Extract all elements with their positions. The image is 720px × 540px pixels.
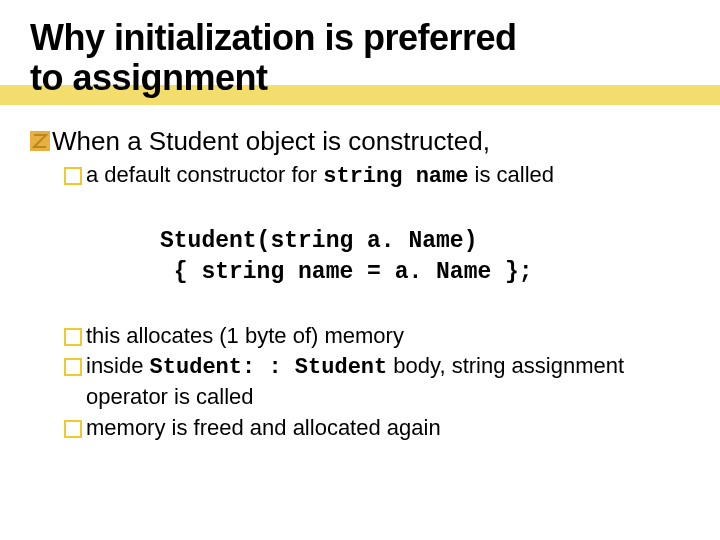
- code-line-1: Student(string a. Name): [160, 228, 477, 254]
- inline-code: Student: : Student: [150, 355, 388, 380]
- y-bullet-icon: [64, 328, 82, 346]
- slide: Why initialization is preferred to assig…: [0, 0, 720, 462]
- title-block: Why initialization is preferred to assig…: [30, 18, 690, 99]
- code-block: Student(string a. Name) { string name = …: [160, 226, 690, 288]
- bullet-level2-3: inside Student: : Student body, string a…: [64, 352, 690, 411]
- bullet-text: a default constructor for string name is…: [86, 161, 690, 192]
- text-post: is called: [468, 162, 554, 187]
- bullet-text: memory is freed and allocated again: [86, 414, 690, 443]
- title-line-2: to assignment: [30, 57, 268, 98]
- y-bullet-icon: [64, 167, 82, 185]
- bullet-level2-4: memory is freed and allocated again: [64, 414, 690, 443]
- bottom-bullets: this allocates (1 byte of) memory inside…: [30, 322, 690, 442]
- y-bullet-icon: [64, 358, 82, 376]
- bullet-level2-2: this allocates (1 byte of) memory: [64, 322, 690, 351]
- text-pre: a default constructor for: [86, 162, 323, 187]
- bullet-level2-1: a default constructor for string name is…: [64, 161, 690, 192]
- y-bullet-icon: [64, 420, 82, 438]
- inline-code: string name: [323, 164, 468, 189]
- bullet-text: inside Student: : Student body, string a…: [86, 352, 690, 411]
- bullet-text: this allocates (1 byte of) memory: [86, 322, 690, 351]
- bullet-level1-1: When a Student object is constructed,: [30, 125, 690, 158]
- bullet-text: When a Student object is constructed,: [52, 125, 490, 158]
- slide-title: Why initialization is preferred to assig…: [30, 18, 690, 99]
- title-line-1: Why initialization is preferred: [30, 17, 517, 58]
- code-line-2: { string name = a. Name };: [160, 259, 533, 285]
- z-bullet-icon: [30, 131, 50, 151]
- text-pre: inside: [86, 353, 150, 378]
